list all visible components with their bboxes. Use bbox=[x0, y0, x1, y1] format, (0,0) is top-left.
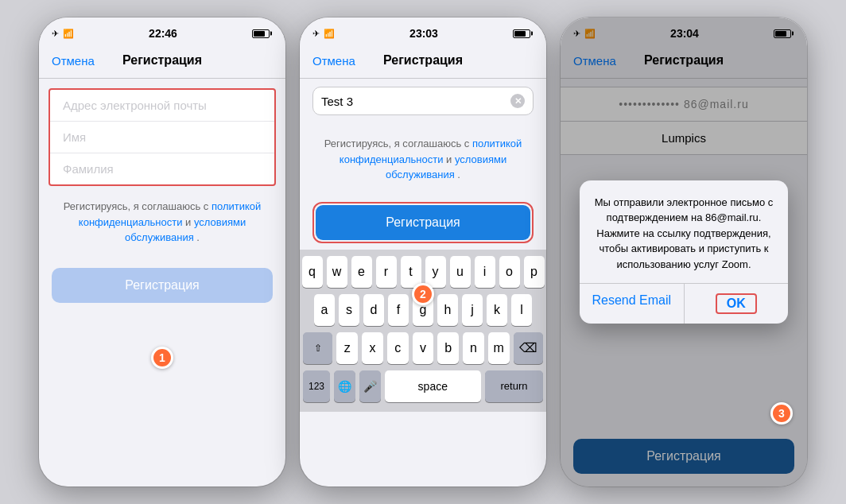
terms-text-2: Регистируясь, я соглашаюсь с политикой к… bbox=[300, 123, 546, 196]
airplane-icon: ✈ bbox=[52, 29, 59, 39]
key-w[interactable]: w bbox=[327, 256, 347, 288]
key-f[interactable]: f bbox=[388, 294, 409, 326]
alert-message-3: Мы отправили электронное письмо с подтве… bbox=[592, 195, 775, 273]
key-z[interactable]: z bbox=[336, 332, 358, 364]
status-left-1: ✈ 📶 bbox=[52, 29, 74, 39]
battery-fill-1 bbox=[254, 31, 265, 37]
name-field-1[interactable]: Имя bbox=[50, 122, 274, 153]
status-right-2 bbox=[513, 29, 530, 38]
clear-button-2[interactable]: ✕ bbox=[510, 94, 525, 108]
phone-2: ✈ 📶 23:03 Отмена Регистрация Test 3 ✕ bbox=[300, 17, 546, 487]
register-button-outline-2: Регистрация bbox=[312, 202, 534, 243]
key-b[interactable]: b bbox=[437, 332, 459, 364]
alert-box-3: Мы отправили электронное письмо с подтве… bbox=[580, 180, 788, 324]
status-right-1 bbox=[252, 29, 270, 38]
key-y[interactable]: y bbox=[425, 256, 446, 288]
battery-fill-2 bbox=[514, 31, 526, 37]
key-j[interactable]: j bbox=[462, 294, 483, 326]
phone-3: ✈ 📶 23:04 Отмена Регистрация •••••••••••… bbox=[561, 17, 807, 487]
terms-text-1: Регистируясь, я соглашаюсь с политикой к… bbox=[39, 186, 285, 258]
key-m[interactable]: m bbox=[488, 332, 510, 364]
wifi-icon-2: 📶 bbox=[324, 29, 335, 39]
search-input-2[interactable]: Test 3 bbox=[321, 95, 504, 108]
spacer-r bbox=[536, 294, 543, 326]
key-c[interactable]: c bbox=[387, 332, 409, 364]
key-d[interactable]: d bbox=[363, 294, 384, 326]
ok-button-outline: OK bbox=[716, 293, 757, 314]
register-button-2[interactable]: Регистрация bbox=[316, 205, 530, 240]
terms-and-2: и bbox=[446, 153, 455, 165]
key-e[interactable]: e bbox=[351, 256, 372, 288]
key-r[interactable]: r bbox=[376, 256, 397, 288]
step-badge-1: 1 bbox=[151, 347, 173, 369]
key-x[interactable]: x bbox=[362, 332, 383, 364]
key-row-3: ⇧ z x c v b n m ⌫ bbox=[303, 332, 543, 364]
cancel-button-1[interactable]: Отмена bbox=[52, 54, 95, 68]
battery-icon-1 bbox=[252, 29, 270, 38]
key-l[interactable]: l bbox=[511, 294, 532, 326]
search-bar-2[interactable]: Test 3 ✕ bbox=[312, 87, 534, 115]
key-n[interactable]: n bbox=[463, 332, 484, 364]
key-p[interactable]: p bbox=[524, 256, 545, 288]
shift-key[interactable]: ⇧ bbox=[303, 332, 332, 364]
key-o[interactable]: o bbox=[499, 256, 520, 288]
ok-label: OK bbox=[727, 297, 746, 310]
page-title-1: Регистрация bbox=[122, 53, 202, 68]
phone-1: ✈ 📶 22:46 Отмена Регистрация Адрес элект… bbox=[39, 17, 285, 487]
key-u[interactable]: u bbox=[450, 256, 471, 288]
spacer-l bbox=[303, 294, 310, 326]
key-t[interactable]: t bbox=[401, 256, 421, 288]
ok-button[interactable]: OK bbox=[684, 284, 789, 324]
register-button-1[interactable]: Регистрация bbox=[52, 268, 273, 303]
mic-key[interactable]: 🎤 bbox=[359, 370, 381, 402]
status-bar-2: ✈ 📶 23:03 bbox=[300, 17, 546, 46]
resend-email-button[interactable]: Resend Email bbox=[580, 284, 684, 324]
page-title-2: Регистрация bbox=[383, 53, 463, 68]
terms-period-2: . bbox=[457, 169, 460, 180]
key-v[interactable]: v bbox=[413, 332, 434, 364]
keyboard-2: q w e r t y u i o p a s d f g bbox=[300, 250, 546, 412]
battery-icon-2 bbox=[513, 29, 530, 38]
step-badge-2: 2 bbox=[412, 283, 434, 305]
nav-bar-2: Отмена Регистрация bbox=[300, 46, 546, 78]
return-key[interactable]: return bbox=[485, 370, 543, 402]
space-key[interactable]: space bbox=[385, 370, 482, 402]
key-a[interactable]: a bbox=[314, 294, 335, 326]
key-s[interactable]: s bbox=[339, 294, 359, 326]
globe-key[interactable]: 🌐 bbox=[334, 370, 355, 402]
wifi-icon: 📶 bbox=[63, 29, 74, 39]
cancel-button-2[interactable]: Отмена bbox=[312, 54, 355, 68]
nav-bar-1: Отмена Регистрация bbox=[39, 46, 285, 78]
step-badge-3: 3 bbox=[770, 402, 793, 425]
surname-field-1[interactable]: Фамилия bbox=[50, 153, 274, 184]
terms-prefix-2: Регистируясь, я соглашаюсь с bbox=[324, 138, 472, 149]
airplane-icon-2: ✈ bbox=[312, 29, 320, 39]
key-k[interactable]: k bbox=[487, 294, 507, 326]
phones-container: ✈ 📶 22:46 Отмена Регистрация Адрес элект… bbox=[0, 0, 846, 504]
phone-content-1: Адрес электронной почты Имя Фамилия Реги… bbox=[39, 79, 285, 487]
terms-prefix-1: Регистируясь, я соглашаюсь с bbox=[64, 200, 212, 212]
key-i[interactable]: i bbox=[475, 256, 495, 288]
alert-body-3: Мы отправили электронное письмо с подтве… bbox=[580, 180, 788, 284]
email-field-1[interactable]: Адрес электронной почты bbox=[50, 90, 274, 122]
status-left-2: ✈ 📶 bbox=[312, 29, 335, 39]
status-time-1: 22:46 bbox=[149, 27, 177, 40]
status-bar-1: ✈ 📶 22:46 bbox=[39, 17, 285, 46]
key-q[interactable]: q bbox=[302, 256, 323, 288]
status-time-2: 23:03 bbox=[409, 27, 438, 40]
backspace-key[interactable]: ⌫ bbox=[514, 332, 543, 364]
numbers-key[interactable]: 123 bbox=[303, 370, 330, 402]
terms-period-1: . bbox=[196, 231, 200, 243]
terms-and-1: и bbox=[185, 216, 194, 228]
form-section-1: Адрес электронной почты Имя Фамилия bbox=[49, 88, 276, 186]
key-row-4: 123 🌐 🎤 space return bbox=[303, 370, 543, 402]
key-h[interactable]: h bbox=[437, 294, 458, 326]
alert-buttons-3: Resend Email OK bbox=[580, 283, 788, 324]
